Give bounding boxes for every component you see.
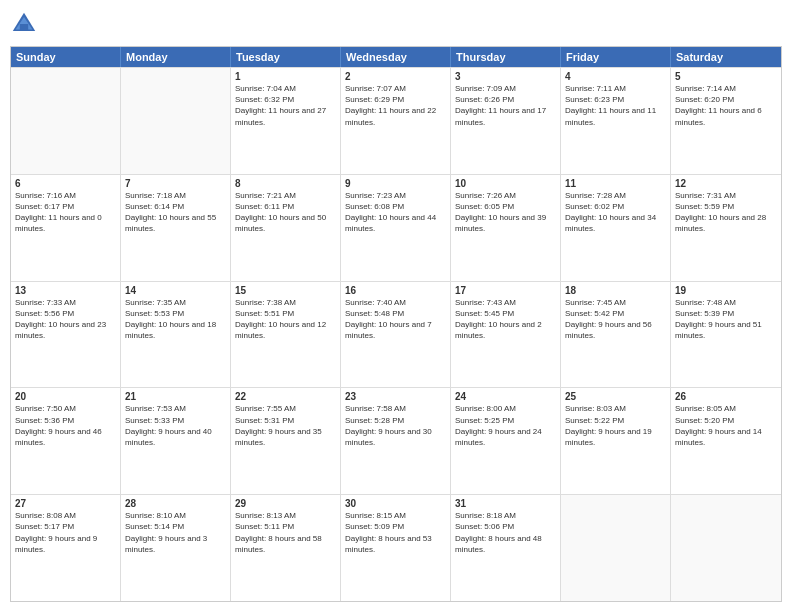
calendar-row-2: 13Sunrise: 7:33 AM Sunset: 5:56 PM Dayli… [11,281,781,388]
day-number: 14 [125,285,226,296]
cell-info: Sunrise: 7:50 AM Sunset: 5:36 PM Dayligh… [15,403,116,448]
calendar-cell-15: 15Sunrise: 7:38 AM Sunset: 5:51 PM Dayli… [231,282,341,388]
day-number: 18 [565,285,666,296]
calendar-cell-7: 7Sunrise: 7:18 AM Sunset: 6:14 PM Daylig… [121,175,231,281]
cell-info: Sunrise: 7:38 AM Sunset: 5:51 PM Dayligh… [235,297,336,342]
day-number: 6 [15,178,116,189]
calendar-cell-18: 18Sunrise: 7:45 AM Sunset: 5:42 PM Dayli… [561,282,671,388]
cell-info: Sunrise: 7:33 AM Sunset: 5:56 PM Dayligh… [15,297,116,342]
calendar-cell-17: 17Sunrise: 7:43 AM Sunset: 5:45 PM Dayli… [451,282,561,388]
day-number: 9 [345,178,446,189]
day-number: 5 [675,71,777,82]
cell-info: Sunrise: 7:18 AM Sunset: 6:14 PM Dayligh… [125,190,226,235]
day-number: 7 [125,178,226,189]
calendar-cell-11: 11Sunrise: 7:28 AM Sunset: 6:02 PM Dayli… [561,175,671,281]
calendar-cell-13: 13Sunrise: 7:33 AM Sunset: 5:56 PM Dayli… [11,282,121,388]
cell-info: Sunrise: 8:13 AM Sunset: 5:11 PM Dayligh… [235,510,336,555]
calendar-row-3: 20Sunrise: 7:50 AM Sunset: 5:36 PM Dayli… [11,387,781,494]
calendar: SundayMondayTuesdayWednesdayThursdayFrid… [10,46,782,602]
day-number: 22 [235,391,336,402]
cell-info: Sunrise: 8:10 AM Sunset: 5:14 PM Dayligh… [125,510,226,555]
cell-info: Sunrise: 8:15 AM Sunset: 5:09 PM Dayligh… [345,510,446,555]
cell-info: Sunrise: 7:07 AM Sunset: 6:29 PM Dayligh… [345,83,446,128]
calendar-cell-8: 8Sunrise: 7:21 AM Sunset: 6:11 PM Daylig… [231,175,341,281]
cell-info: Sunrise: 7:11 AM Sunset: 6:23 PM Dayligh… [565,83,666,128]
cell-info: Sunrise: 7:16 AM Sunset: 6:17 PM Dayligh… [15,190,116,235]
cell-info: Sunrise: 7:14 AM Sunset: 6:20 PM Dayligh… [675,83,777,128]
calendar-cell-22: 22Sunrise: 7:55 AM Sunset: 5:31 PM Dayli… [231,388,341,494]
cell-info: Sunrise: 7:45 AM Sunset: 5:42 PM Dayligh… [565,297,666,342]
day-number: 31 [455,498,556,509]
day-number: 3 [455,71,556,82]
calendar-body: 1Sunrise: 7:04 AM Sunset: 6:32 PM Daylig… [11,67,781,601]
calendar-cell-24: 24Sunrise: 8:00 AM Sunset: 5:25 PM Dayli… [451,388,561,494]
calendar-cell-31: 31Sunrise: 8:18 AM Sunset: 5:06 PM Dayli… [451,495,561,601]
day-number: 21 [125,391,226,402]
day-number: 27 [15,498,116,509]
cell-info: Sunrise: 8:18 AM Sunset: 5:06 PM Dayligh… [455,510,556,555]
calendar-cell-12: 12Sunrise: 7:31 AM Sunset: 5:59 PM Dayli… [671,175,781,281]
logo [10,10,42,38]
cell-info: Sunrise: 7:21 AM Sunset: 6:11 PM Dayligh… [235,190,336,235]
calendar-cell-21: 21Sunrise: 7:53 AM Sunset: 5:33 PM Dayli… [121,388,231,494]
header-day-friday: Friday [561,47,671,67]
calendar-header: SundayMondayTuesdayWednesdayThursdayFrid… [11,47,781,67]
day-number: 30 [345,498,446,509]
header-day-thursday: Thursday [451,47,561,67]
calendar-cell-3: 3Sunrise: 7:09 AM Sunset: 6:26 PM Daylig… [451,68,561,174]
calendar-row-4: 27Sunrise: 8:08 AM Sunset: 5:17 PM Dayli… [11,494,781,601]
day-number: 11 [565,178,666,189]
calendar-cell-6: 6Sunrise: 7:16 AM Sunset: 6:17 PM Daylig… [11,175,121,281]
cell-info: Sunrise: 8:05 AM Sunset: 5:20 PM Dayligh… [675,403,777,448]
header-day-tuesday: Tuesday [231,47,341,67]
day-number: 13 [15,285,116,296]
day-number: 12 [675,178,777,189]
calendar-cell-16: 16Sunrise: 7:40 AM Sunset: 5:48 PM Dayli… [341,282,451,388]
day-number: 26 [675,391,777,402]
day-number: 20 [15,391,116,402]
day-number: 2 [345,71,446,82]
header [10,10,782,38]
calendar-cell-23: 23Sunrise: 7:58 AM Sunset: 5:28 PM Dayli… [341,388,451,494]
cell-info: Sunrise: 7:09 AM Sunset: 6:26 PM Dayligh… [455,83,556,128]
calendar-cell-9: 9Sunrise: 7:23 AM Sunset: 6:08 PM Daylig… [341,175,451,281]
calendar-cell-27: 27Sunrise: 8:08 AM Sunset: 5:17 PM Dayli… [11,495,121,601]
calendar-cell-20: 20Sunrise: 7:50 AM Sunset: 5:36 PM Dayli… [11,388,121,494]
cell-info: Sunrise: 7:26 AM Sunset: 6:05 PM Dayligh… [455,190,556,235]
calendar-cell-empty [561,495,671,601]
calendar-cell-5: 5Sunrise: 7:14 AM Sunset: 6:20 PM Daylig… [671,68,781,174]
calendar-row-1: 6Sunrise: 7:16 AM Sunset: 6:17 PM Daylig… [11,174,781,281]
header-day-wednesday: Wednesday [341,47,451,67]
header-day-sunday: Sunday [11,47,121,67]
calendar-cell-2: 2Sunrise: 7:07 AM Sunset: 6:29 PM Daylig… [341,68,451,174]
logo-icon [10,10,38,38]
calendar-row-0: 1Sunrise: 7:04 AM Sunset: 6:32 PM Daylig… [11,67,781,174]
cell-info: Sunrise: 8:08 AM Sunset: 5:17 PM Dayligh… [15,510,116,555]
calendar-cell-empty [671,495,781,601]
calendar-cell-empty [11,68,121,174]
day-number: 16 [345,285,446,296]
header-day-saturday: Saturday [671,47,781,67]
day-number: 19 [675,285,777,296]
cell-info: Sunrise: 7:31 AM Sunset: 5:59 PM Dayligh… [675,190,777,235]
day-number: 15 [235,285,336,296]
page: SundayMondayTuesdayWednesdayThursdayFrid… [0,0,792,612]
day-number: 25 [565,391,666,402]
day-number: 4 [565,71,666,82]
cell-info: Sunrise: 8:00 AM Sunset: 5:25 PM Dayligh… [455,403,556,448]
calendar-cell-10: 10Sunrise: 7:26 AM Sunset: 6:05 PM Dayli… [451,175,561,281]
cell-info: Sunrise: 7:53 AM Sunset: 5:33 PM Dayligh… [125,403,226,448]
cell-info: Sunrise: 7:58 AM Sunset: 5:28 PM Dayligh… [345,403,446,448]
calendar-cell-30: 30Sunrise: 8:15 AM Sunset: 5:09 PM Dayli… [341,495,451,601]
day-number: 1 [235,71,336,82]
cell-info: Sunrise: 7:40 AM Sunset: 5:48 PM Dayligh… [345,297,446,342]
calendar-cell-1: 1Sunrise: 7:04 AM Sunset: 6:32 PM Daylig… [231,68,341,174]
calendar-cell-19: 19Sunrise: 7:48 AM Sunset: 5:39 PM Dayli… [671,282,781,388]
day-number: 28 [125,498,226,509]
cell-info: Sunrise: 7:48 AM Sunset: 5:39 PM Dayligh… [675,297,777,342]
day-number: 17 [455,285,556,296]
calendar-cell-29: 29Sunrise: 8:13 AM Sunset: 5:11 PM Dayli… [231,495,341,601]
calendar-cell-25: 25Sunrise: 8:03 AM Sunset: 5:22 PM Dayli… [561,388,671,494]
calendar-cell-26: 26Sunrise: 8:05 AM Sunset: 5:20 PM Dayli… [671,388,781,494]
cell-info: Sunrise: 7:28 AM Sunset: 6:02 PM Dayligh… [565,190,666,235]
